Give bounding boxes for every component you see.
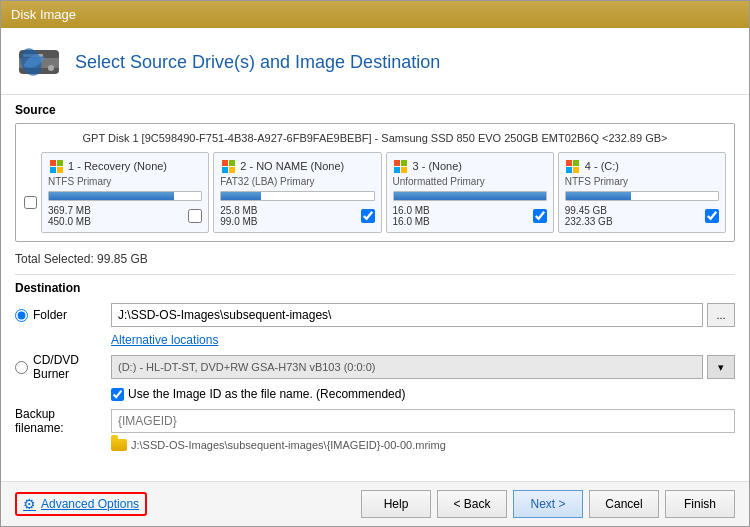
disk-info: GPT Disk 1 [9C598490-F751-4B38-A927-6FB9… — [24, 132, 726, 144]
title-bar: Disk Image — [1, 1, 749, 28]
windows-icon-1 — [48, 158, 64, 174]
disk-image-window: Disk Image Select Source Drive(s) and Im… — [0, 0, 750, 527]
partition-2-checkbox[interactable] — [361, 209, 375, 223]
button-group: Help < Back Next > Cancel Finish — [361, 490, 735, 518]
partition-4-type: NTFS Primary — [565, 176, 719, 187]
partition-4-name: 4 - (C:) — [565, 158, 719, 174]
partition-2-fill — [221, 192, 261, 200]
help-button[interactable]: Help — [361, 490, 431, 518]
partition-3-checkbox[interactable] — [533, 209, 547, 223]
cd-radio-label: CD/DVD Burner — [15, 353, 105, 381]
partition-4: 4 - (C:) NTFS Primary 99.45 GB232.33 GB — [558, 152, 726, 233]
partition-4-fill — [566, 192, 631, 200]
header-area: Select Source Drive(s) and Image Destina… — [1, 28, 749, 95]
source-label: Source — [15, 103, 735, 117]
select-all-checkbox[interactable] — [24, 196, 37, 209]
cd-select-display: (D:) - HL-DT-ST, DVD+RW GSA-H73N vB103 (… — [111, 355, 703, 379]
cd-dvd-row: CD/DVD Burner (D:) - HL-DT-ST, DVD+RW GS… — [15, 353, 735, 381]
partition-3-sizes: 16.0 MB16.0 MB — [393, 205, 547, 227]
destination-label: Destination — [15, 281, 735, 295]
partition-1-fill — [49, 192, 174, 200]
partition-3-name: 3 - (None) — [393, 158, 547, 174]
windows-icon-3 — [393, 158, 409, 174]
divider — [15, 274, 735, 275]
partition-3: 3 - (None) Unformatted Primary 16.0 MB16… — [386, 152, 554, 233]
browse-button[interactable]: ... — [707, 303, 735, 327]
partition-2: 2 - NO NAME (None) FAT32 (LBA) Primary 2… — [213, 152, 381, 233]
partition-2-name: 2 - NO NAME (None) — [220, 158, 374, 174]
partition-1-bar — [48, 191, 202, 201]
folder-path-input[interactable] — [111, 303, 703, 327]
backup-filename-input[interactable] — [111, 409, 735, 433]
content-area: Source GPT Disk 1 [9C598490-F751-4B38-A9… — [1, 95, 749, 481]
disk-box: GPT Disk 1 [9C598490-F751-4B38-A927-6FB9… — [15, 123, 735, 242]
finish-button[interactable]: Finish — [665, 490, 735, 518]
folder-row: Folder ... — [15, 303, 735, 327]
partition-2-type: FAT32 (LBA) Primary — [220, 176, 374, 187]
partition-1-type: NTFS Primary — [48, 176, 202, 187]
advanced-options-link[interactable]: ⚙ Advanced Options — [15, 492, 147, 516]
partition-3-type: Unformatted Primary — [393, 176, 547, 187]
windows-icon-2 — [220, 158, 236, 174]
cd-radio[interactable] — [15, 361, 28, 374]
use-image-id-label: Use the Image ID as the file name. (Reco… — [128, 387, 405, 401]
partition-1-name: 1 - Recovery (None) — [48, 158, 202, 174]
partition-2-sizes: 25.8 MB99.0 MB — [220, 205, 374, 227]
partitions-row: 1 - Recovery (None) NTFS Primary 369.7 M… — [24, 152, 726, 233]
folder-radio-option[interactable]: Folder — [15, 308, 105, 322]
next-button[interactable]: Next > — [513, 490, 583, 518]
cd-radio-option[interactable]: CD/DVD Burner — [15, 353, 105, 381]
backup-filename-label: Backup filename: — [15, 407, 105, 435]
partition-4-sizes: 99.45 GB232.33 GB — [565, 205, 719, 227]
backup-filename-row: Backup filename: — [15, 407, 735, 435]
partition-1-checkbox[interactable] — [188, 209, 202, 223]
folder-radio[interactable] — [15, 309, 28, 322]
back-button[interactable]: < Back — [437, 490, 507, 518]
use-image-id-row: Use the Image ID as the file name. (Reco… — [111, 387, 735, 401]
cancel-button[interactable]: Cancel — [589, 490, 659, 518]
windows-icon-4 — [565, 158, 581, 174]
partition-1-sizes: 369.7 MB450.0 MB — [48, 205, 202, 227]
bottom-bar: ⚙ Advanced Options Help < Back Next > Ca… — [1, 481, 749, 526]
folder-select-row: ... — [111, 303, 735, 327]
partition-4-bar — [565, 191, 719, 201]
partition-3-bar — [393, 191, 547, 201]
destination-section: Destination Folder ... Alternative locat… — [15, 281, 735, 451]
partition-2-bar — [220, 191, 374, 201]
header-title: Select Source Drive(s) and Image Destina… — [75, 52, 440, 73]
alt-locations-link[interactable]: Alternative locations — [111, 333, 735, 347]
partition-3-fill — [394, 192, 546, 200]
total-selected-row: Total Selected: 99.85 GB — [15, 252, 735, 266]
select-all-checkbox-container — [24, 152, 37, 233]
partition-4-checkbox[interactable] — [705, 209, 719, 223]
advanced-options-icon: ⚙ — [23, 496, 36, 512]
svg-point-2 — [48, 65, 54, 71]
path-display: J:\SSD-OS-Images\subsequent-images\{IMAG… — [111, 439, 735, 451]
cd-dropdown-btn[interactable]: ▾ — [707, 355, 735, 379]
use-image-id-checkbox[interactable] — [111, 388, 124, 401]
folder-icon — [111, 439, 127, 451]
window-title: Disk Image — [11, 7, 76, 22]
partition-1: 1 - Recovery (None) NTFS Primary 369.7 M… — [41, 152, 209, 233]
disk-image-icon — [15, 38, 63, 86]
cd-select-row: (D:) - HL-DT-ST, DVD+RW GSA-H73N vB103 (… — [111, 355, 735, 379]
folder-radio-label: Folder — [15, 308, 105, 322]
